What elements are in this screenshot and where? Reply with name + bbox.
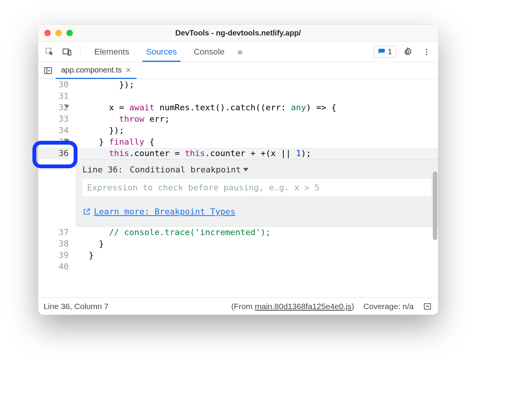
breakpoint-line-label: Line 36: xyxy=(82,165,123,174)
line-number[interactable]: 37 xyxy=(38,227,69,238)
window-title: DevTools - ng-devtools.netlify.app/ xyxy=(38,29,438,37)
devtools-window: DevTools - ng-devtools.netlify.app/ Elem… xyxy=(38,25,438,315)
separator xyxy=(80,46,81,58)
minimize-window-button[interactable] xyxy=(55,30,62,36)
status-bar: Line 36, Column 7 (From main.80d1368fa12… xyxy=(38,297,438,315)
titlebar: DevTools - ng-devtools.netlify.app/ xyxy=(38,25,438,42)
line-number[interactable]: 30 xyxy=(38,79,69,90)
more-tabs-button[interactable]: » xyxy=(233,42,247,62)
source-map-link[interactable]: main.80d1368fa125e4e0.js xyxy=(255,302,351,311)
line-number[interactable]: 33 xyxy=(38,113,69,125)
code-line[interactable]: } finally { xyxy=(76,136,438,148)
issues-badge[interactable]: 1 xyxy=(374,46,396,58)
close-tab-icon[interactable]: ✕ xyxy=(126,66,131,74)
panel-tabs: Elements Sources Console » xyxy=(86,42,247,62)
file-tabs-bar: app.component.ts ✕ xyxy=(38,62,438,79)
toggle-drawer-icon[interactable] xyxy=(422,301,433,312)
fold-toggle-icon[interactable] xyxy=(64,105,69,108)
svg-point-6 xyxy=(426,53,427,55)
code-line[interactable] xyxy=(76,261,438,272)
more-options-icon[interactable] xyxy=(419,44,434,60)
source-map-from: (From main.80d1368fa125e4e0.js) xyxy=(231,302,354,311)
close-window-button[interactable] xyxy=(44,30,51,36)
maximize-window-button[interactable] xyxy=(66,30,73,36)
code-line[interactable]: }); xyxy=(76,79,438,90)
file-tab-label: app.component.ts xyxy=(61,66,122,74)
coverage-status: Coverage: n/a xyxy=(363,302,414,311)
line-number[interactable]: 31 xyxy=(38,90,69,102)
scrollbar-thumb[interactable] xyxy=(433,171,437,240)
traffic-lights xyxy=(44,30,73,36)
code-line[interactable]: x = await numRes.text().catch((err: any)… xyxy=(76,102,438,113)
code-line[interactable]: }); xyxy=(76,125,438,136)
line-number[interactable]: 36 xyxy=(38,148,69,159)
svg-rect-7 xyxy=(45,68,52,74)
tab-sources[interactable]: Sources xyxy=(138,42,185,62)
line-number[interactable]: 38 xyxy=(38,238,69,250)
device-toolbar-icon[interactable] xyxy=(60,44,75,60)
line-number[interactable]: 34 xyxy=(38,125,69,136)
line-number[interactable]: 40 xyxy=(38,261,69,272)
breakpoint-type-dropdown[interactable]: Conditional breakpoint xyxy=(130,165,248,174)
code-editor: 3031323334353637383940 }); x = await num… xyxy=(38,79,438,297)
learn-more-text: Learn more: Breakpoint Types xyxy=(94,207,235,216)
fold-toggle-icon[interactable] xyxy=(64,139,69,143)
code-area[interactable]: }); x = await numRes.text().catch((err: … xyxy=(76,79,438,297)
line-number[interactable]: 35 xyxy=(38,136,69,148)
learn-more-link[interactable]: Learn more: Breakpoint Types xyxy=(82,207,235,216)
code-line[interactable]: throw err; xyxy=(76,113,438,125)
issues-count: 1 xyxy=(388,47,392,56)
code-line[interactable]: this.counter = this.counter + +(x || 1); xyxy=(76,148,438,159)
code-line[interactable]: } xyxy=(76,238,438,250)
svg-point-3 xyxy=(406,50,409,53)
svg-point-4 xyxy=(426,48,427,50)
navigator-toggle-icon[interactable] xyxy=(40,62,56,79)
inspect-element-icon[interactable] xyxy=(42,44,57,60)
settings-icon[interactable] xyxy=(400,44,415,60)
code-line[interactable]: } xyxy=(76,250,438,261)
code-line[interactable] xyxy=(76,90,438,102)
tab-console[interactable]: Console xyxy=(185,42,233,62)
tab-elements[interactable]: Elements xyxy=(86,42,138,62)
breakpoint-condition-input[interactable] xyxy=(82,179,431,196)
toolbar-right: 1 xyxy=(374,44,434,60)
line-number[interactable]: 32 xyxy=(38,102,69,113)
cursor-position: Line 36, Column 7 xyxy=(44,302,108,311)
breakpoint-type-label: Conditional breakpoint xyxy=(130,165,241,174)
svg-rect-9 xyxy=(424,303,431,309)
svg-point-5 xyxy=(426,51,427,53)
chevron-down-icon xyxy=(243,168,248,171)
line-number-gutter[interactable]: 3031323334353637383940 xyxy=(38,79,76,297)
file-tab-app-component[interactable]: app.component.ts ✕ xyxy=(56,62,137,79)
line-number[interactable]: 39 xyxy=(38,250,69,261)
breakpoint-editor-panel: Line 36: Conditional breakpoint Learn mo… xyxy=(76,159,438,227)
main-toolbar: Elements Sources Console » 1 xyxy=(38,42,438,62)
code-line[interactable]: // console.trace('incremented'); xyxy=(76,227,438,238)
